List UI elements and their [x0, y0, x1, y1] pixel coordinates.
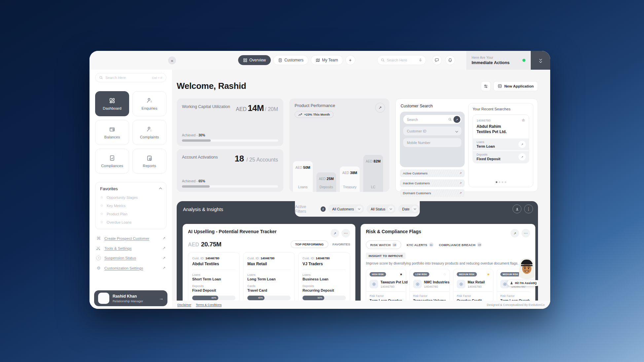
- new-application-label: New Application: [504, 84, 534, 88]
- star-icon[interactable]: ☆: [521, 118, 525, 123]
- favorites-header[interactable]: Favorites: [100, 186, 161, 191]
- carousel-dots[interactable]: [469, 181, 533, 183]
- customer-name: Abdul Textiles: [192, 262, 235, 266]
- dot-active[interactable]: [496, 181, 497, 183]
- sidebar-item-compliances[interactable]: Compliances: [95, 149, 129, 174]
- upsell-customer-card[interactable]: Cust. ID:14046780 Max Retail Loans Long …: [243, 252, 295, 304]
- recent-search-card[interactable]: 14046780 ☆ Abdul Rahim Textiles Pvt Ltd.…: [473, 115, 529, 163]
- download-button[interactable]: [513, 204, 521, 213]
- sidebar-item-complaints[interactable]: ! Complaints: [132, 120, 166, 145]
- tab-favorites[interactable]: FAVORITES: [333, 242, 350, 246]
- tab-my-team[interactable]: My Team: [311, 55, 343, 65]
- assistiq-avatar[interactable]: [516, 257, 537, 282]
- customer-search-card: Customer Search ↗: [395, 98, 538, 192]
- customer-id-input[interactable]: [407, 129, 456, 133]
- tab-kyc-alerts[interactable]: KYC ALERTS 11: [407, 242, 434, 247]
- favorite-item[interactable]: ☆ Overdue Loans: [100, 220, 161, 224]
- star-icon[interactable]: ☆: [100, 203, 103, 208]
- terms-link[interactable]: Terms & Conditions: [196, 303, 222, 307]
- arrow-right-icon[interactable]: →: [159, 296, 163, 301]
- progress-track: [182, 139, 278, 142]
- expand-button[interactable]: ↗: [511, 229, 519, 237]
- sidebar-item-dashboard[interactable]: Dashboard: [95, 91, 129, 116]
- mobile-number-input[interactable]: [407, 141, 458, 145]
- sidebar-search-input[interactable]: [105, 76, 150, 80]
- notifications-button[interactable]: [445, 55, 455, 65]
- dot[interactable]: [499, 181, 500, 183]
- recent-product-row[interactable]: Loans Term Loan ↗: [473, 138, 529, 150]
- dot[interactable]: [502, 181, 503, 183]
- bar-lc[interactable]: AED82M LC: [363, 155, 383, 192]
- customer-id-field[interactable]: [403, 127, 461, 135]
- expand-button[interactable]: ↗: [375, 103, 385, 113]
- search-go-button[interactable]: ↗: [453, 116, 460, 123]
- star-icon[interactable]: ☆: [100, 195, 103, 199]
- disclaimer-link[interactable]: Disclaimer: [177, 303, 191, 307]
- star-icon[interactable]: ☆: [443, 272, 446, 276]
- link-suspension-status[interactable]: ? Suspension Status ↗: [96, 256, 165, 260]
- dropdown-label: All Status: [371, 207, 385, 211]
- expand-button[interactable]: ↗: [331, 229, 339, 237]
- sidebar-item-balances[interactable]: Balances: [95, 120, 129, 145]
- filter-settings-button[interactable]: [481, 81, 491, 91]
- more-options-button[interactable]: ⋯: [341, 229, 350, 237]
- open-product-button[interactable]: ↗: [519, 141, 526, 148]
- quick-link-inactive-customers[interactable]: Inactive Customers ↗: [400, 179, 465, 187]
- upsell-customer-card[interactable]: Cust. ID:14046780 VJ Traders Loans Busin…: [298, 252, 350, 304]
- quick-link-dormant-customers[interactable]: Dormant Customers ↗: [400, 189, 465, 197]
- tab-compliance-breach[interactable]: COMPLIANCE BREACH 15: [439, 242, 482, 247]
- tab-top-performing[interactable]: TOP PERFORMING: [291, 240, 328, 248]
- sidebar-search[interactable]: Ctrl + F: [95, 73, 166, 82]
- assistiq-tooltip[interactable]: Hi! I'm AssistIQ: [507, 280, 538, 286]
- sidebar-item-reports[interactable]: Reports: [132, 149, 166, 174]
- immediate-actions-banner[interactable]: Here Are Your Immediate Actions: [466, 51, 531, 70]
- currency-label: AED: [236, 106, 247, 112]
- tab-risk-watch[interactable]: RISK WATCH 18: [366, 240, 401, 249]
- expand-actions-button[interactable]: [531, 51, 550, 70]
- bar-value-label: AED50M: [293, 165, 313, 169]
- new-application-button[interactable]: New Application: [493, 81, 538, 91]
- star-icon[interactable]: ☆: [100, 212, 103, 216]
- link-create-prospect-customer[interactable]: ⌘ Create Prospect Customer ↗: [96, 236, 165, 241]
- tab-overview[interactable]: Overview: [238, 55, 271, 65]
- bar-loans[interactable]: AED50M Loans: [293, 161, 313, 192]
- favorite-item[interactable]: ☆ Key Metrics: [100, 203, 161, 208]
- link-customization-settings[interactable]: ⚙ Customization Settings ↗: [96, 266, 165, 271]
- quick-link-active-customers[interactable]: Active Customers ↗: [400, 169, 465, 177]
- more-options-button[interactable]: ⋮: [524, 204, 533, 213]
- recent-product-row[interactable]: Deposits Fixed Deposit ↗: [473, 151, 529, 163]
- customer-search-field[interactable]: ↗: [403, 115, 461, 124]
- global-search[interactable]: [377, 55, 426, 65]
- chat-button[interactable]: [432, 55, 442, 65]
- link-label: Create Prospect Customer: [104, 236, 149, 240]
- favorite-label: Overdue Loans: [107, 220, 131, 224]
- sidebar-collapse-button[interactable]: «: [168, 56, 176, 64]
- active-filters-label: Active Filters: [295, 204, 318, 214]
- sidebar-item-enquiries[interactable]: ? Enquiries: [132, 91, 166, 116]
- link-tools-settings[interactable]: Tools & Settings ↗: [96, 246, 165, 250]
- favorite-item[interactable]: ☆ Product Plan: [100, 212, 161, 216]
- bar-treasury[interactable]: AED38M Treasury: [340, 166, 360, 192]
- customer-search-input[interactable]: [407, 118, 447, 122]
- dropdown-all-status[interactable]: All Status: [367, 204, 395, 213]
- avatar: [98, 293, 109, 304]
- star-icon[interactable]: ★: [487, 272, 490, 276]
- dropdown-all-customers[interactable]: All Customers: [328, 204, 364, 213]
- bell-icon: [448, 58, 452, 62]
- star-icon[interactable]: ★: [400, 272, 403, 276]
- mobile-number-field[interactable]: [403, 138, 461, 147]
- tab-customers[interactable]: Customers: [273, 55, 308, 65]
- upsell-customer-card[interactable]: Cust. ID:14046780 Abdul Textiles Loans S…: [188, 252, 240, 304]
- chevron-down-icon: [412, 206, 418, 212]
- favorite-item[interactable]: ☆ Opportunity Stages: [100, 195, 161, 199]
- more-options-button[interactable]: ⋯: [521, 229, 530, 237]
- open-product-button[interactable]: ↗: [519, 153, 526, 161]
- global-search-input[interactable]: [387, 58, 416, 62]
- dot[interactable]: [505, 181, 506, 183]
- dropdown-date[interactable]: Date: [398, 204, 420, 213]
- add-tab-button[interactable]: +: [345, 55, 355, 65]
- bar-deposits[interactable]: AED25M Deposits: [316, 172, 336, 192]
- mic-icon[interactable]: [418, 58, 422, 62]
- star-icon[interactable]: ☆: [100, 220, 103, 224]
- user-profile-card[interactable]: Rashid Khan Relationship Manager →: [94, 290, 167, 306]
